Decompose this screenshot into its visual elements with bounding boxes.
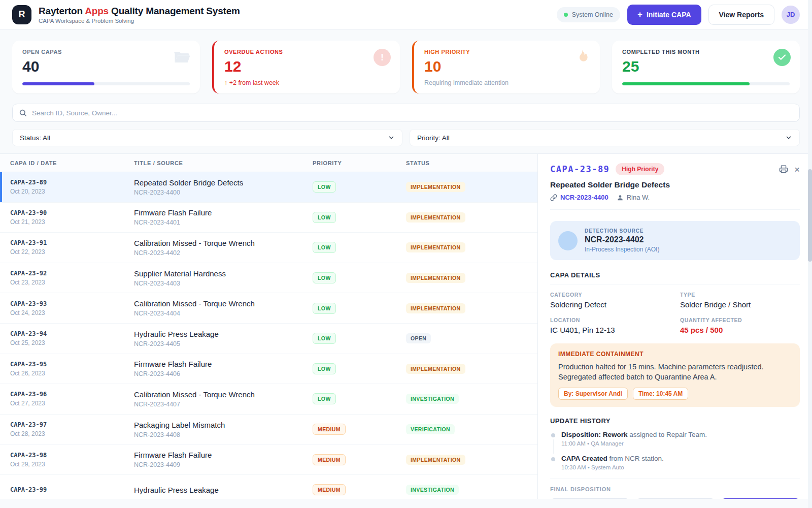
column-header: STATUS [406, 160, 527, 166]
priority-filter-select[interactable]: Priority: All [410, 129, 800, 146]
capa-title: Packaging Label Mismatch [134, 421, 313, 429]
flame-icon [573, 49, 591, 66]
stat-label: HIGH PRIORITY [424, 49, 590, 55]
open-capas-progress [22, 82, 190, 85]
priority-badge: LOW [313, 333, 336, 344]
capa-detail-panel: CAPA-23-89 High Priority × Repeated Sold… [538, 154, 812, 499]
vertical-scrollbar[interactable] [808, 0, 812, 508]
table-row[interactable]: CAPA-23-98Oct 29, 2023Firmware Flash Fai… [0, 444, 537, 475]
stat-value: 10 [424, 58, 590, 75]
detection-source-card: DETECTION SOURCE NCR-2023-4402 In-Proces… [550, 221, 800, 260]
status-badge: IMPLEMENTATION [406, 364, 465, 374]
final-disposition-footer: FINAL DISPOSITION Scrap RTS (Return) Con… [550, 479, 800, 499]
table-row[interactable]: CAPA-23-97Oct 28, 2023Packaging Label Mi… [0, 415, 537, 445]
page-title: Rayterton Apps Quality Management System [39, 6, 240, 17]
search-input[interactable] [32, 109, 793, 117]
field-quantity-affected: QUANTITY AFFECTED 45 pcs / 500 [680, 317, 800, 334]
table-row[interactable]: CAPA-23-92Oct 23, 2023Supplier Material … [0, 263, 537, 294]
table-row[interactable]: CAPA-23-91Oct 22, 2023Calibration Missed… [0, 233, 537, 263]
capa-id: CAPA-23-93 [10, 300, 134, 307]
stats-row: OPEN CAPAS 40 OVERDUE ACTIONS 12 ↑ +2 fr… [0, 29, 812, 104]
filter-bar: Status: All Priority: All [0, 104, 812, 146]
capa-date: Oct 22, 2023 [10, 248, 134, 256]
capa-date: Oct 29, 2023 [10, 461, 134, 468]
final-disposition-heading: FINAL DISPOSITION [550, 486, 800, 492]
stat-trend: ↑ +2 from last week [224, 79, 390, 86]
table-row[interactable]: CAPA-23-93Oct 24, 2023Calibration Missed… [0, 293, 537, 324]
capa-details-heading: CAPA DETAILS [550, 271, 800, 284]
stat-card-high-priority: HIGH PRIORITY 10 Requiring immediate att… [412, 41, 600, 93]
priority-badge: MEDIUM [313, 454, 346, 465]
containment-by-pill: By: Supervisor Andi [558, 388, 628, 400]
person-icon [617, 194, 624, 201]
capa-source: NCR-2023-4401 [134, 219, 313, 226]
status-badge: IMPLEMENTATION [406, 273, 465, 283]
status-badge: INVESTIGATION [406, 485, 459, 495]
close-icon[interactable]: × [794, 165, 800, 174]
table-row[interactable]: CAPA-23-96Oct 27, 2023Calibration Missed… [0, 384, 537, 415]
field-location: LOCATION IC U401, Pin 12-13 [550, 317, 670, 334]
initiate-capa-button[interactable]: + Initiate CAPA [627, 5, 701, 25]
priority-badge: LOW [313, 181, 336, 193]
user-avatar[interactable]: JD [782, 6, 800, 24]
stat-label: COMPLETED THIS MONTH [622, 49, 790, 55]
capa-source: NCR-2023-4407 [134, 401, 313, 408]
table-row[interactable]: CAPA-23-99Hydraulic Press LeakageMEDIUMI… [0, 475, 537, 499]
status-filter-select[interactable]: Status: All [12, 129, 402, 146]
detail-capa-id: CAPA-23-89 [550, 164, 610, 174]
column-header: TITLE / SOURCE [134, 160, 313, 166]
capa-id: CAPA-23-89 [10, 179, 134, 186]
status-badge: IMPLEMENTATION [406, 212, 465, 223]
scrollbar-thumb[interactable] [808, 169, 812, 262]
arrow-up-icon: ↑ [224, 79, 227, 86]
capa-title: Firmware Flash Failure [134, 360, 313, 368]
column-header: CAPA ID / DATE [10, 160, 134, 166]
rts-return-button[interactable]: RTS (Return) [636, 498, 716, 499]
capa-source: NCR-2023-4400 [134, 189, 313, 196]
capa-date: Oct 21, 2023 [10, 218, 134, 226]
capa-id: CAPA-23-90 [10, 209, 134, 216]
capa-title: Hydraulic Press Leakage [134, 330, 313, 338]
history-item: Disposition: Rework assigned to Repair T… [550, 431, 800, 447]
field-type: TYPE Solder Bridge / Short [680, 292, 800, 309]
workspace: CAPA ID / DATE TITLE / SOURCE PRIORITY S… [0, 153, 812, 499]
priority-badge: LOW [313, 272, 336, 283]
print-icon[interactable] [779, 165, 788, 174]
completed-progress [622, 82, 790, 85]
capa-date: Oct 23, 2023 [10, 279, 134, 286]
table-row[interactable]: CAPA-23-95Oct 26, 2023Firmware Flash Fai… [0, 354, 537, 385]
capa-details-grid: CATEGORY Soldering Defect TYPE Solder Br… [550, 292, 800, 334]
capa-date: Oct 26, 2023 [10, 370, 134, 377]
status-badge: OPEN [406, 333, 431, 343]
stat-card-overdue-actions: OVERDUE ACTIONS 12 ↑ +2 from last week ! [212, 41, 400, 93]
capa-id: CAPA-23-99 [10, 486, 134, 493]
containment-body: Production halted for 15 mins. Machine p… [558, 362, 792, 383]
capa-source: NCR-2023-4408 [134, 431, 313, 438]
capa-source: NCR-2023-4406 [134, 370, 313, 377]
search-icon [19, 109, 27, 117]
capa-source: NCR-2023-4403 [134, 280, 313, 287]
history-item: CAPA Created from NCR station.10:30 AM •… [550, 455, 800, 470]
field-category: CATEGORY Soldering Defect [550, 292, 670, 309]
table-row[interactable]: CAPA-23-89Oct 20, 2023Repeated Solder Br… [0, 172, 537, 203]
capa-id: CAPA-23-96 [10, 391, 134, 398]
scrap-button[interactable]: Scrap [550, 498, 630, 499]
containment-time-pill: Time: 10:45 AM [633, 388, 688, 400]
stat-label: OPEN CAPAS [22, 49, 190, 55]
chevron-down-icon [388, 134, 395, 141]
source-link[interactable]: NCR-2023-4400 [550, 194, 608, 201]
capa-date: Oct 24, 2023 [10, 309, 134, 316]
table-row[interactable]: CAPA-23-94Oct 25, 2023Hydraulic Press Le… [0, 324, 537, 354]
capa-id: CAPA-23-94 [10, 330, 134, 337]
chevron-down-icon [785, 134, 792, 141]
capa-title: Repeated Solder Bridge Defects [134, 178, 313, 187]
confirm-rework-button[interactable]: Confirm Rework [721, 498, 800, 499]
table-row[interactable]: CAPA-23-90Oct 21, 2023Firmware Flash Fai… [0, 203, 537, 233]
priority-badge: MEDIUM [313, 424, 346, 435]
search-box[interactable] [12, 104, 800, 122]
folder-icon [173, 49, 191, 67]
status-badge: IMPLEMENTATION [406, 242, 465, 252]
capa-source: NCR-2023-4409 [134, 461, 313, 468]
view-reports-button[interactable]: View Reports [708, 5, 774, 25]
status-badge: IMPLEMENTATION [406, 455, 465, 465]
